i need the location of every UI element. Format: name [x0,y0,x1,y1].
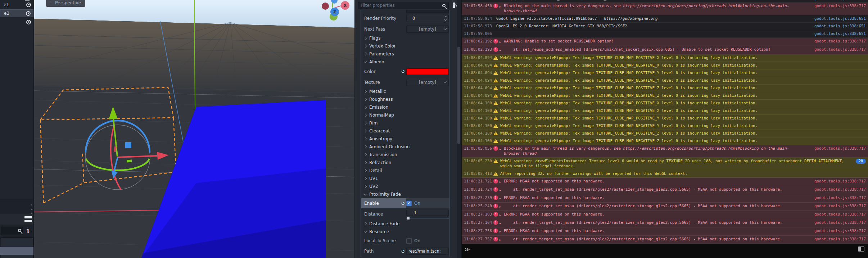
console-row: 11:08:05.056!▶Blocking on the main threa… [462,145,868,158]
spin-arrows-icon[interactable] [445,16,447,21]
inspector-category-normalmap[interactable]: NormalMap [361,111,449,119]
dock-selected-item[interactable] [0,247,33,255]
inspector-category-albedo[interactable]: Albedo [361,58,449,66]
inspector-scrollbar[interactable] [457,0,461,258]
visibility-eye-icon[interactable] [26,3,31,7]
inspector-category-flags[interactable]: Flags [361,34,449,42]
inspector-category-detail[interactable]: Detail [361,167,449,175]
3d-viewport[interactable]: Z X ⋮ Perspective [34,0,354,258]
property-control-enable[interactable]: On [406,201,449,206]
inspector-category-vertex-color[interactable]: Vertex Color [361,42,449,50]
revert-icon[interactable]: ↺ [400,201,406,206]
property-control-next-pass[interactable]: [empty] [406,26,449,33]
source-link[interactable]: godot.tools.js:338:717 [810,4,866,9]
source-link[interactable]: godot.tools.js:338:717 [810,237,866,242]
source-link[interactable]: godot.tools.js:338:717 [810,179,866,184]
axis-ball-negx[interactable] [322,3,329,10]
path-textfield[interactable]: res://main.tscn: [406,248,449,255]
source-link[interactable]: godot.tools.js:338:717 [810,39,866,44]
source-link[interactable]: godot.tools.js:338:651 [810,0,866,1]
expand-arrow-icon[interactable]: ▶ [499,187,504,193]
inspector-category-roughness[interactable]: Roughness [361,95,449,103]
category-label: Transmission [369,152,397,157]
expand-arrow-icon[interactable]: ▶ [499,47,504,53]
filter-properties-searchbox[interactable] [358,2,449,9]
filter-properties-input[interactable] [358,3,442,8]
checkbox-unchecked-icon[interactable] [406,238,412,244]
inspector-category-proximity-fade[interactable]: Proximity Fade [361,190,449,198]
inspector-category-distance-fade[interactable]: Distance Fade [361,220,449,228]
inspector-category-rim[interactable]: Rim [361,119,449,127]
property-control-path[interactable]: res://main.tscn: [406,248,449,255]
source-link[interactable]: godot.tools.js:338:651 [810,24,866,29]
texture-dropdown[interactable]: [empty] [406,79,449,86]
expand-arrow-icon[interactable]: ▶ [499,146,504,152]
inspector-category-uv2[interactable]: UV2 [361,182,449,190]
property-control-texture[interactable]: [empty] [406,79,449,86]
scrollbar-thumb[interactable] [457,47,460,144]
source-link[interactable]: godot.tools.js:338:717 [810,187,866,192]
error-icon: ! [493,179,498,184]
dock-search-input[interactable] [1,227,23,235]
splitter-grip-icon[interactable] [31,204,33,214]
category-label: Resource [369,229,389,234]
revert-icon[interactable]: ↺ [400,249,406,254]
perspective-menu-button[interactable]: ⋮ Perspective [46,0,85,7]
scene-tree-item[interactable]: e1 [0,1,33,9]
scene-tree-item[interactable] [0,18,33,26]
plane-handle-green[interactable] [127,160,132,163]
inspector-category-resource[interactable]: Resource [361,228,449,236]
slider-grabber[interactable] [407,217,410,219]
source-link[interactable]: godot.tools.js:338:651 [810,31,866,36]
warning-icon: ! [493,56,498,60]
expand-arrow-icon[interactable]: ▶ [499,204,504,209]
property-control-distance[interactable]: 1 [406,210,449,218]
revert-icon[interactable]: ↺ [400,69,406,74]
source-link[interactable]: godot.tools.js:338:717 [810,146,866,151]
visibility-eye-icon[interactable] [26,11,31,16]
inspector-category-anisotropy[interactable]: Anisotropy [361,135,449,143]
property-control-render-priority[interactable]: 0 [406,15,449,22]
inspector-category-metallic[interactable]: Metallic [361,87,449,95]
expand-arrow-icon[interactable]: ▶ [499,220,504,226]
inspector-category-ambient-occlusion[interactable]: Ambient Occlusion [361,143,449,151]
inspector-category-refraction[interactable]: Refraction [361,159,449,167]
visibility-eye-icon[interactable] [26,20,31,24]
inspector-category-emission[interactable]: Emission [361,103,449,111]
next-pass-dropdown[interactable]: [empty] [406,26,449,33]
expand-arrow-icon[interactable]: ▶ [499,228,504,234]
warning-icon: ! [493,109,498,113]
source-link[interactable]: godot.tools.js:338:717 [810,47,866,52]
list-view-icon[interactable] [24,216,32,222]
slider-track[interactable] [406,218,449,218]
source-link[interactable]: godot.tools.js:338:651 [810,16,866,21]
color-swatch[interactable] [406,68,449,75]
console-timestamp: 11:08:04.094 [464,78,493,83]
inspector-category-parameters[interactable]: Parameters [361,50,449,58]
property-control-local-to-scene[interactable]: On [406,238,449,244]
expand-arrow-icon[interactable]: ▶ [499,4,504,9]
expand-arrow-icon[interactable]: ▶ [499,195,504,201]
expand-arrow-icon[interactable]: ▶ [499,39,504,45]
chevron-right-icon [364,161,367,164]
inspector-category-transmission[interactable]: Transmission [361,151,449,159]
property-control-color[interactable] [406,68,449,75]
sort-icon[interactable]: ⇅ [26,228,30,234]
console-input-row[interactable]: ≫ [462,244,868,255]
checkbox-checked-icon[interactable] [406,201,412,206]
scene-tree-item[interactable]: e2 [0,9,33,17]
plane-handle-blue[interactable] [125,142,131,148]
source-link[interactable]: godot.tools.js:338:717 [810,204,866,209]
source-link[interactable]: godot.tools.js:338:717 [810,228,866,234]
inspector-category-uv1[interactable]: UV1 [361,175,449,182]
render-priority-spinbox[interactable]: 0 [406,15,449,22]
source-link[interactable]: godot.tools.js:338:717 [810,220,866,225]
expand-arrow-icon[interactable]: ▶ [499,179,504,185]
split-console-icon[interactable] [858,246,864,252]
distance-slider[interactable]: 1 [406,210,449,218]
inspector-category-clearcoat[interactable]: Clearcoat [361,127,449,135]
source-link[interactable]: godot.tools.js:338:717 [810,212,866,217]
expand-arrow-icon[interactable]: ▶ [499,237,504,243]
source-link[interactable]: godot.tools.js:338:717 [810,195,866,200]
expand-arrow-icon[interactable]: ▶ [499,212,504,218]
